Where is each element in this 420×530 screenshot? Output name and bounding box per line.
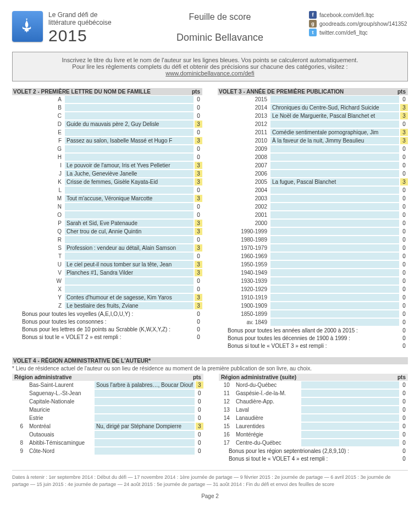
book-input[interactable]	[301, 431, 399, 438]
book-input[interactable]	[95, 406, 195, 413]
book-input[interactable]: Passez au salon, Isabelle Massé et Hugo …	[65, 137, 194, 144]
book-input[interactable]: Planches #1, Sandra Vilder	[65, 269, 194, 276]
table-row: FPassez au salon, Isabelle Massé et Hugo…	[12, 136, 202, 145]
points-cell: 0	[195, 277, 202, 285]
book-input[interactable]	[95, 398, 195, 405]
book-input[interactable]	[65, 203, 194, 210]
book-input[interactable]: La fugue, Pascal Blanchet	[270, 178, 399, 185]
book-input[interactable]	[301, 398, 399, 405]
book-input[interactable]	[270, 170, 399, 177]
bonus-row: Bonus si tout le « VOLET 2 » est rempli …	[12, 333, 202, 341]
book-input[interactable]	[95, 447, 195, 455]
book-input[interactable]	[270, 228, 399, 235]
points-cell: 0	[400, 286, 408, 293]
row-label: 2007	[218, 162, 270, 168]
book-input[interactable]: Le pouvoir de l'amour, Iris et Yves Pell…	[65, 162, 194, 169]
book-input[interactable]	[65, 145, 194, 152]
book-input[interactable]	[301, 390, 399, 397]
row-label: Centre-du-Québec	[231, 440, 301, 446]
book-input[interactable]: Guide du mauvais père 2, Guy Delisle	[65, 121, 194, 128]
book-input[interactable]	[301, 406, 399, 413]
book-input[interactable]	[270, 319, 399, 326]
book-input[interactable]	[270, 154, 399, 161]
goodreads-link[interactable]: ggoodreads.com/group/show/141352	[309, 20, 408, 28]
book-input[interactable]	[301, 381, 399, 389]
book-input[interactable]	[270, 187, 399, 194]
table-row: G0	[12, 145, 202, 153]
twitter-link[interactable]: ttwitter.com/defi_ltqc	[309, 29, 408, 36]
book-input[interactable]: Contes d'humour et de sagesse, Kim Yaros	[65, 294, 194, 301]
book-input[interactable]	[65, 277, 194, 285]
book-input[interactable]	[270, 277, 399, 285]
book-input[interactable]	[95, 431, 195, 438]
book-input[interactable]	[270, 121, 399, 128]
book-input[interactable]: Crisse de femmes, Gisèle Kayata-Eid	[65, 178, 194, 185]
book-input[interactable]: Sarah et Sid, Eve Patenaude	[65, 220, 194, 227]
row-label: 1920-1929	[218, 286, 270, 292]
book-input[interactable]	[65, 236, 194, 243]
book-input[interactable]: Nu, dirigé par Stéphane Dompierre	[95, 423, 195, 430]
book-input[interactable]: Sous l'arbre à palabres…, Boucar Diouf	[95, 381, 195, 389]
points-cell: 0	[196, 398, 203, 405]
book-input[interactable]	[270, 145, 399, 152]
book-input[interactable]	[301, 423, 399, 430]
book-input[interactable]	[270, 162, 399, 169]
book-input[interactable]	[270, 220, 399, 227]
row-label: Chaudière-App.	[231, 398, 301, 405]
table-row: 2011Comédie sentimentale pornographique,…	[218, 128, 408, 136]
book-input[interactable]	[270, 236, 399, 243]
instructions-link[interactable]: www.dominicbellavance.com/defi	[165, 70, 254, 77]
table-row: DGuide du mauvais père 2, Guy Delisle3	[12, 120, 202, 128]
book-input[interactable]: Cher trou de cul, Annie Quintin	[65, 228, 194, 235]
book-input[interactable]	[270, 302, 399, 309]
book-input[interactable]	[65, 253, 194, 260]
row-label: Montérégie	[231, 431, 301, 438]
book-input[interactable]: Le Noël de Marguerite, Pascal Blanchet e…	[270, 112, 399, 119]
book-input[interactable]	[65, 211, 194, 218]
book-input[interactable]	[95, 414, 195, 422]
book-input[interactable]	[301, 439, 399, 446]
book-input[interactable]	[65, 96, 194, 103]
points-cell: 0	[400, 310, 408, 318]
book-input[interactable]: Chroniques du Centre-Sud, Richard Suicid…	[270, 104, 399, 111]
book-input[interactable]	[270, 195, 399, 202]
points-cell: 3	[400, 104, 408, 111]
book-input[interactable]	[270, 286, 399, 293]
book-input[interactable]: La Juche, Geneviève Janelle	[65, 170, 194, 177]
book-input[interactable]	[270, 244, 399, 252]
book-input[interactable]	[270, 261, 399, 268]
book-input[interactable]: Le bestiaire des fruits, Zviane	[65, 302, 194, 309]
book-input[interactable]	[270, 203, 399, 210]
row-label: 2008	[218, 154, 270, 160]
logo-fleur-de-lys	[12, 11, 43, 42]
points-cell: 3	[196, 423, 203, 430]
row-label: W	[12, 278, 65, 284]
book-input[interactable]	[270, 310, 399, 318]
book-input[interactable]	[65, 154, 194, 161]
book-input[interactable]	[270, 294, 399, 301]
book-input[interactable]	[270, 211, 399, 218]
book-input[interactable]	[270, 269, 399, 276]
book-input[interactable]	[270, 96, 399, 103]
book-input[interactable]: Tout m'accuse, Véronique Marcotte	[65, 195, 194, 202]
book-input[interactable]	[65, 286, 194, 293]
points-cell: 0	[400, 302, 408, 309]
facebook-link[interactable]: ffacebook.com/defi.ltqc	[309, 11, 408, 19]
book-input[interactable]	[65, 129, 194, 136]
book-input[interactable]	[95, 439, 195, 446]
book-input[interactable]: Profession : vendeur au détail, Alain Sa…	[65, 244, 194, 252]
bonus-value: 0	[400, 335, 408, 341]
book-input[interactable]	[65, 104, 194, 111]
book-input[interactable]: À la faveur de la nuit, Jimmy Beaulieu	[270, 137, 399, 144]
book-input[interactable]: Le ciel peut-il nous tomber sur la tête,…	[65, 261, 194, 268]
book-input[interactable]	[301, 414, 399, 422]
row-label: 2013	[218, 113, 270, 119]
table-row: 13Laval0	[219, 406, 408, 414]
book-input[interactable]	[95, 390, 195, 397]
book-input[interactable]	[270, 253, 399, 260]
book-input[interactable]	[65, 112, 194, 119]
book-input[interactable]: Comédie sentimentale pornographique, Jim	[270, 129, 399, 136]
points-cell: 0	[196, 390, 203, 397]
row-label: Laval	[231, 407, 301, 413]
book-input[interactable]	[65, 187, 194, 194]
